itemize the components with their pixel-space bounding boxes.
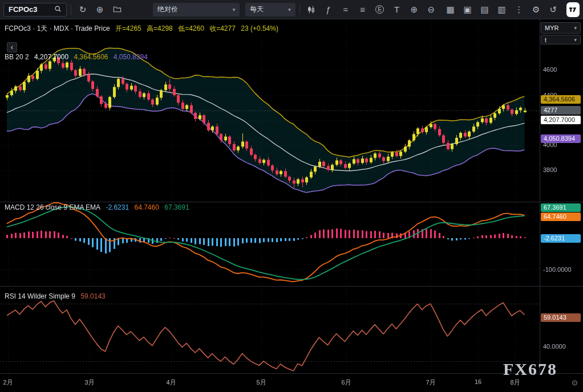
ohlc-open: 开=4265 — [115, 24, 141, 32]
bb-legend[interactable]: BB 20 2 4,207.7000 4,364.5606 4,050.8394 — [5, 53, 151, 61]
bb-basis-badge: 4,207.7000 — [541, 116, 581, 124]
compare-add-icon[interactable]: ⊕ — [92, 2, 107, 17]
panel-right-icon[interactable]: ▥ — [495, 2, 509, 17]
trading-app: FCPOc3 ↻ ⊕ 绝对价 ▾ 每天 ▾ ƒ ≈ ≡ E T ⊕ ⊖ — [0, 0, 583, 392]
chart-area: FCPOc3 · 1天 · MDX · Trade Price 开=4265 高… — [0, 19, 583, 392]
symbol-search-box[interactable]: FCPOc3 — [3, 3, 67, 17]
bb-basis-value: 4,207.7000 — [34, 53, 68, 61]
toolbar-separator — [71, 5, 71, 15]
macd-legend[interactable]: MACD 12 26 close 9 EMA EMA -2.6231 64.74… — [5, 203, 193, 211]
panel-top-icon[interactable]: ▤ — [477, 2, 492, 17]
macd-line-value: 64.7460 — [134, 203, 159, 211]
undo-icon[interactable]: ↺ — [546, 2, 561, 17]
change-value: 23 (+0.54%) — [241, 24, 278, 32]
unit-dropdown[interactable]: t ▾ — [541, 35, 581, 44]
macd-signal-badge: 67.3691 — [541, 203, 581, 212]
economy-badge-icon[interactable]: E — [373, 2, 387, 17]
toolbar-separator — [299, 5, 300, 15]
chevron-down-icon: ▾ — [574, 37, 577, 43]
rsi-badge: 59.0143 — [541, 313, 581, 322]
indicators-icon[interactable]: ƒ — [321, 2, 336, 17]
ohlc-low: 低=4260 — [178, 24, 204, 32]
bb-upper-badge: 4,364.5606 — [541, 95, 581, 104]
legend-back-button[interactable]: ‹ — [7, 42, 17, 52]
time-axis[interactable]: 2月 3月 4月 5月 6月 7月 16 8月 ⊙ — [0, 374, 583, 392]
currency-dropdown[interactable]: MYR ▾ — [541, 22, 581, 34]
chevron-down-icon: ▾ — [574, 25, 577, 31]
price-tick: 4600 — [543, 66, 557, 73]
time-label: 7月 — [426, 378, 435, 387]
series-title: FCPOc3 · 1天 · MDX · Trade Price — [5, 24, 110, 32]
more-options-icon[interactable]: ⋮ — [512, 2, 527, 17]
rsi-title: RSI 14 Wilder Simple 9 — [5, 292, 75, 300]
ohlc-high: 高=4298 — [147, 24, 173, 32]
bb-title: BB 20 2 — [5, 53, 29, 61]
bar-replay-icon[interactable]: ↻ — [75, 2, 90, 17]
macd-title: MACD 12 26 close 9 EMA EMA — [5, 203, 100, 211]
time-label: 5月 — [256, 378, 266, 387]
unit-label: t — [545, 36, 546, 43]
chevron-down-icon: ▾ — [288, 7, 291, 13]
time-label: 8月 — [510, 378, 520, 387]
macd-line-badge: 64.7460 — [541, 213, 581, 221]
last-price-badge: 4277 — [541, 106, 581, 115]
currency-label: MYR — [545, 24, 558, 31]
macd-signal-value: 67.3691 — [164, 203, 189, 211]
time-label: 4月 — [166, 378, 176, 387]
chevron-down-icon: ▾ — [233, 7, 236, 13]
macd-hist-badge: -2.6231 — [541, 234, 581, 243]
bb-lower-badge: 4,050.8394 — [541, 134, 581, 143]
fx678-watermark: FX678 — [503, 360, 557, 379]
zoom-in-icon[interactable]: ⊕ — [407, 2, 422, 17]
symbol-label: FCPOc3 — [9, 5, 38, 14]
text-tool-icon[interactable]: T — [390, 2, 404, 17]
main-series-legend[interactable]: FCPOc3 · 1天 · MDX · Trade Price 开=4265 高… — [5, 24, 282, 34]
interval-label: 每天 — [250, 5, 264, 14]
time-label: 16 — [475, 378, 481, 385]
zoom-out-icon[interactable]: ⊖ — [424, 2, 439, 17]
ohlc-close: 收=4277 — [209, 24, 236, 32]
folder-icon[interactable] — [110, 2, 124, 17]
bb-upper-value: 4,364.5606 — [74, 53, 108, 61]
timezone-clock-icon[interactable]: ⊙ — [572, 378, 578, 387]
top-toolbar: FCPOc3 ↻ ⊕ 绝对价 ▾ 每天 ▾ ƒ ≈ ≡ E T ⊕ ⊖ — [0, 0, 583, 19]
price-mode-dropdown[interactable]: 绝对价 ▾ — [153, 3, 240, 17]
search-icon — [54, 5, 62, 14]
macd-hist-value: -2.6231 — [106, 203, 129, 211]
rsi-value: 59.0143 — [80, 292, 105, 300]
layout-grid-icon[interactable]: ▦ — [443, 2, 458, 17]
rsi-tick: 40.0000 — [543, 343, 566, 350]
chart-style-icon[interactable] — [304, 2, 319, 17]
screenshot-icon[interactable]: ▣ — [460, 2, 475, 17]
templates-icon[interactable]: ≡ — [355, 2, 370, 17]
price-tick: 3800 — [543, 166, 557, 173]
compare-icon[interactable]: ≈ — [338, 2, 353, 17]
price-mode-label: 绝对价 — [157, 5, 178, 14]
bb-lower-value: 4,050.8394 — [114, 53, 148, 61]
time-label: 2月 — [3, 378, 13, 387]
settings-gear-icon[interactable]: ⚙ — [529, 2, 544, 17]
interval-dropdown[interactable]: 每天 ▾ — [245, 3, 295, 17]
tradingview-logo[interactable] — [566, 2, 580, 17]
time-label: 6月 — [341, 378, 351, 387]
rsi-legend[interactable]: RSI 14 Wilder Simple 9 59.0143 — [5, 292, 109, 300]
macd-tick: -100.0000 — [543, 266, 572, 273]
time-label: 3月 — [84, 378, 94, 387]
